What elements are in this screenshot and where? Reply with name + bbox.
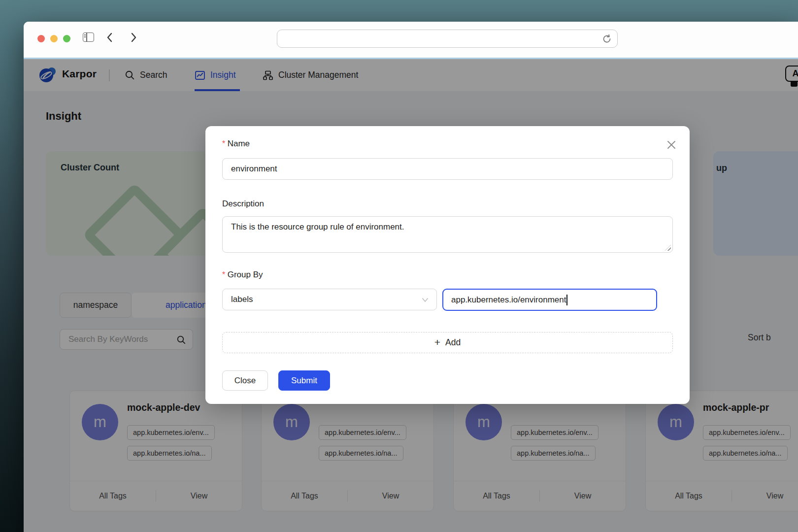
- name-label: Name: [222, 139, 250, 149]
- submit-button-label: Submit: [291, 376, 317, 386]
- description-textarea[interactable]: This is the resource group rule of envir…: [223, 217, 672, 252]
- text-cursor: [566, 295, 567, 305]
- group-by-select-value: labels: [231, 295, 253, 304]
- plus-icon: +: [434, 336, 440, 348]
- close-icon[interactable]: [666, 140, 676, 150]
- close-button[interactable]: Close: [222, 370, 268, 391]
- forward-icon[interactable]: [127, 32, 139, 43]
- close-button-label: Close: [234, 376, 256, 386]
- add-button-label: Add: [445, 337, 461, 348]
- traffic-light-close[interactable]: [37, 35, 45, 42]
- chevron-down-icon: [422, 297, 429, 303]
- description-field: This is the resource group rule of envir…: [222, 216, 673, 253]
- name-field: [222, 158, 673, 180]
- traffic-light-zoom[interactable]: [63, 35, 70, 42]
- group-by-label: Group By: [222, 270, 263, 280]
- group-by-key-value: app.kubernetes.io/environment: [451, 295, 566, 305]
- add-button[interactable]: + Add: [222, 332, 673, 353]
- group-by-select[interactable]: labels: [222, 289, 437, 310]
- edit-resource-group-modal: Name Description This is the resource gr…: [205, 126, 690, 404]
- traffic-light-minimize[interactable]: [50, 35, 58, 42]
- back-icon[interactable]: [104, 32, 116, 43]
- submit-button[interactable]: Submit: [278, 370, 330, 391]
- name-input[interactable]: [223, 159, 672, 179]
- group-by-key-input[interactable]: app.kubernetes.io/environment: [442, 289, 657, 311]
- browser-titlebar: [24, 22, 798, 58]
- browser-window: Karpor Search Insight: [24, 22, 798, 532]
- sidebar-toggle-icon[interactable]: [83, 33, 94, 42]
- address-input[interactable]: [277, 30, 617, 47]
- desktop: Karpor Search Insight: [0, 0, 798, 532]
- description-label: Description: [222, 199, 264, 209]
- page-viewport: Karpor Search Insight: [24, 59, 798, 532]
- address-bar[interactable]: [277, 30, 618, 48]
- reload-icon[interactable]: [601, 33, 612, 44]
